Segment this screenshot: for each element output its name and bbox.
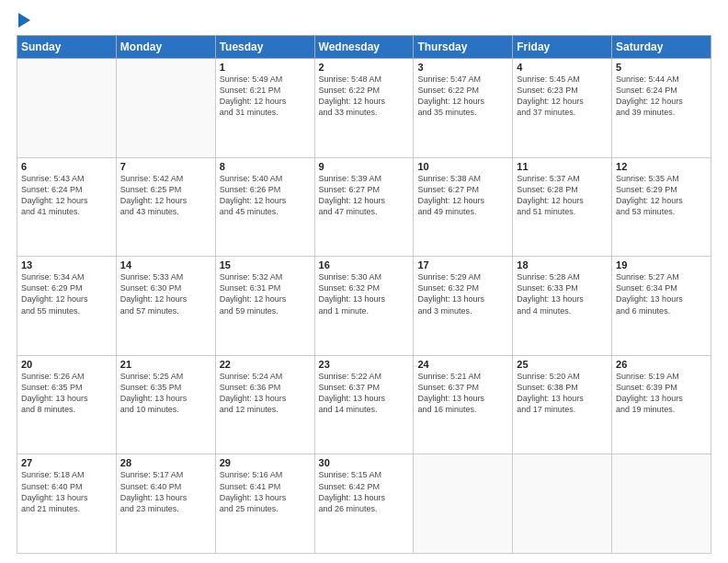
day-info: Sunrise: 5:30 AM Sunset: 6:32 PM Dayligh… bbox=[319, 271, 410, 316]
calendar-cell: 20Sunrise: 5:26 AM Sunset: 6:35 PM Dayli… bbox=[17, 355, 117, 454]
calendar-cell: 13Sunrise: 5:34 AM Sunset: 6:29 PM Dayli… bbox=[17, 257, 117, 356]
calendar-cell: 23Sunrise: 5:22 AM Sunset: 6:37 PM Dayli… bbox=[314, 355, 414, 454]
calendar-week-1: 6Sunrise: 5:43 AM Sunset: 6:24 PM Daylig… bbox=[17, 157, 711, 257]
calendar-cell: 7Sunrise: 5:42 AM Sunset: 6:25 PM Daylig… bbox=[116, 157, 215, 257]
day-info: Sunrise: 5:24 AM Sunset: 6:36 PM Dayligh… bbox=[220, 371, 311, 416]
day-number: 22 bbox=[220, 359, 311, 370]
calendar-cell: 6Sunrise: 5:43 AM Sunset: 6:24 PM Daylig… bbox=[17, 157, 117, 257]
logo bbox=[17, 17, 30, 26]
day-info: Sunrise: 5:33 AM Sunset: 6:30 PM Dayligh… bbox=[120, 271, 211, 316]
calendar-cell bbox=[116, 59, 215, 158]
day-info: Sunrise: 5:40 AM Sunset: 6:26 PM Dayligh… bbox=[220, 173, 311, 218]
calendar-cell: 2Sunrise: 5:48 AM Sunset: 6:22 PM Daylig… bbox=[314, 59, 414, 158]
day-number: 30 bbox=[319, 457, 410, 468]
day-number: 7 bbox=[120, 161, 211, 172]
calendar-cell: 9Sunrise: 5:39 AM Sunset: 6:27 PM Daylig… bbox=[314, 157, 414, 257]
calendar-table: SundayMondayTuesdayWednesdayThursdayFrid… bbox=[17, 35, 711, 554]
calendar-cell: 28Sunrise: 5:17 AM Sunset: 6:40 PM Dayli… bbox=[116, 454, 215, 554]
calendar-cell bbox=[17, 59, 117, 158]
day-info: Sunrise: 5:17 AM Sunset: 6:40 PM Dayligh… bbox=[120, 469, 211, 514]
col-header-thursday: Thursday bbox=[414, 36, 513, 59]
day-number: 12 bbox=[616, 161, 707, 172]
day-number: 14 bbox=[120, 259, 211, 270]
logo-arrow-icon bbox=[18, 13, 30, 28]
calendar-cell: 25Sunrise: 5:20 AM Sunset: 6:38 PM Dayli… bbox=[513, 355, 612, 454]
calendar-cell: 12Sunrise: 5:35 AM Sunset: 6:29 PM Dayli… bbox=[612, 157, 711, 257]
day-info: Sunrise: 5:45 AM Sunset: 6:23 PM Dayligh… bbox=[517, 74, 608, 119]
calendar-cell: 3Sunrise: 5:47 AM Sunset: 6:22 PM Daylig… bbox=[414, 59, 513, 158]
day-number: 6 bbox=[21, 161, 112, 172]
calendar-cell: 8Sunrise: 5:40 AM Sunset: 6:26 PM Daylig… bbox=[215, 157, 314, 257]
calendar-cell: 24Sunrise: 5:21 AM Sunset: 6:37 PM Dayli… bbox=[414, 355, 513, 454]
day-info: Sunrise: 5:20 AM Sunset: 6:38 PM Dayligh… bbox=[517, 371, 608, 416]
day-number: 20 bbox=[21, 359, 112, 370]
col-header-friday: Friday bbox=[513, 36, 612, 59]
day-number: 18 bbox=[517, 259, 608, 270]
day-info: Sunrise: 5:35 AM Sunset: 6:29 PM Dayligh… bbox=[616, 173, 707, 218]
day-number: 28 bbox=[120, 457, 211, 468]
day-info: Sunrise: 5:29 AM Sunset: 6:32 PM Dayligh… bbox=[417, 271, 508, 316]
day-number: 13 bbox=[21, 259, 112, 270]
day-number: 24 bbox=[417, 359, 508, 370]
day-number: 3 bbox=[417, 62, 508, 73]
day-info: Sunrise: 5:38 AM Sunset: 6:27 PM Dayligh… bbox=[417, 173, 508, 218]
calendar-cell: 27Sunrise: 5:18 AM Sunset: 6:40 PM Dayli… bbox=[17, 454, 117, 554]
day-number: 8 bbox=[220, 161, 311, 172]
col-header-monday: Monday bbox=[116, 36, 215, 59]
day-info: Sunrise: 5:27 AM Sunset: 6:34 PM Dayligh… bbox=[616, 271, 707, 316]
calendar-cell: 19Sunrise: 5:27 AM Sunset: 6:34 PM Dayli… bbox=[612, 257, 711, 356]
calendar-cell: 22Sunrise: 5:24 AM Sunset: 6:36 PM Dayli… bbox=[215, 355, 314, 454]
calendar-cell: 17Sunrise: 5:29 AM Sunset: 6:32 PM Dayli… bbox=[414, 257, 513, 356]
calendar-cell: 26Sunrise: 5:19 AM Sunset: 6:39 PM Dayli… bbox=[612, 355, 711, 454]
day-info: Sunrise: 5:49 AM Sunset: 6:21 PM Dayligh… bbox=[220, 74, 311, 119]
day-info: Sunrise: 5:32 AM Sunset: 6:31 PM Dayligh… bbox=[220, 271, 311, 316]
day-number: 5 bbox=[616, 62, 707, 73]
day-info: Sunrise: 5:25 AM Sunset: 6:35 PM Dayligh… bbox=[120, 371, 211, 416]
calendar-cell: 4Sunrise: 5:45 AM Sunset: 6:23 PM Daylig… bbox=[513, 59, 612, 158]
day-number: 19 bbox=[616, 259, 707, 270]
day-info: Sunrise: 5:34 AM Sunset: 6:29 PM Dayligh… bbox=[21, 271, 112, 316]
calendar-cell bbox=[513, 454, 612, 554]
col-header-tuesday: Tuesday bbox=[215, 36, 314, 59]
calendar-cell: 10Sunrise: 5:38 AM Sunset: 6:27 PM Dayli… bbox=[414, 157, 513, 257]
calendar-cell: 29Sunrise: 5:16 AM Sunset: 6:41 PM Dayli… bbox=[215, 454, 314, 554]
header bbox=[17, 17, 711, 26]
calendar-cell bbox=[612, 454, 711, 554]
day-number: 11 bbox=[517, 161, 608, 172]
day-number: 23 bbox=[319, 359, 410, 370]
day-info: Sunrise: 5:48 AM Sunset: 6:22 PM Dayligh… bbox=[319, 74, 410, 119]
day-number: 16 bbox=[319, 259, 410, 270]
calendar-cell: 30Sunrise: 5:15 AM Sunset: 6:42 PM Dayli… bbox=[314, 454, 414, 554]
day-number: 4 bbox=[517, 62, 608, 73]
calendar-cell: 11Sunrise: 5:37 AM Sunset: 6:28 PM Dayli… bbox=[513, 157, 612, 257]
calendar-cell: 18Sunrise: 5:28 AM Sunset: 6:33 PM Dayli… bbox=[513, 257, 612, 356]
day-info: Sunrise: 5:26 AM Sunset: 6:35 PM Dayligh… bbox=[21, 371, 112, 416]
day-number: 17 bbox=[417, 259, 508, 270]
day-number: 15 bbox=[220, 259, 311, 270]
calendar-week-0: 1Sunrise: 5:49 AM Sunset: 6:21 PM Daylig… bbox=[17, 59, 711, 158]
calendar-cell: 16Sunrise: 5:30 AM Sunset: 6:32 PM Dayli… bbox=[314, 257, 414, 356]
col-header-wednesday: Wednesday bbox=[314, 36, 414, 59]
calendar-cell bbox=[414, 454, 513, 554]
day-info: Sunrise: 5:44 AM Sunset: 6:24 PM Dayligh… bbox=[616, 74, 707, 119]
calendar-week-2: 13Sunrise: 5:34 AM Sunset: 6:29 PM Dayli… bbox=[17, 257, 711, 356]
day-info: Sunrise: 5:22 AM Sunset: 6:37 PM Dayligh… bbox=[319, 371, 410, 416]
day-number: 29 bbox=[220, 457, 311, 468]
calendar-cell: 15Sunrise: 5:32 AM Sunset: 6:31 PM Dayli… bbox=[215, 257, 314, 356]
day-info: Sunrise: 5:21 AM Sunset: 6:37 PM Dayligh… bbox=[417, 371, 508, 416]
calendar-cell: 5Sunrise: 5:44 AM Sunset: 6:24 PM Daylig… bbox=[612, 59, 711, 158]
day-info: Sunrise: 5:28 AM Sunset: 6:33 PM Dayligh… bbox=[517, 271, 608, 316]
calendar-cell: 21Sunrise: 5:25 AM Sunset: 6:35 PM Dayli… bbox=[116, 355, 215, 454]
day-info: Sunrise: 5:39 AM Sunset: 6:27 PM Dayligh… bbox=[319, 173, 410, 218]
calendar-week-3: 20Sunrise: 5:26 AM Sunset: 6:35 PM Dayli… bbox=[17, 355, 711, 454]
day-info: Sunrise: 5:15 AM Sunset: 6:42 PM Dayligh… bbox=[319, 469, 410, 514]
day-info: Sunrise: 5:42 AM Sunset: 6:25 PM Dayligh… bbox=[120, 173, 211, 218]
day-number: 9 bbox=[319, 161, 410, 172]
day-number: 27 bbox=[21, 457, 112, 468]
day-info: Sunrise: 5:16 AM Sunset: 6:41 PM Dayligh… bbox=[220, 469, 311, 514]
calendar-cell: 1Sunrise: 5:49 AM Sunset: 6:21 PM Daylig… bbox=[215, 59, 314, 158]
day-info: Sunrise: 5:37 AM Sunset: 6:28 PM Dayligh… bbox=[517, 173, 608, 218]
day-number: 25 bbox=[517, 359, 608, 370]
day-info: Sunrise: 5:18 AM Sunset: 6:40 PM Dayligh… bbox=[21, 469, 112, 514]
col-header-sunday: Sunday bbox=[17, 36, 117, 59]
